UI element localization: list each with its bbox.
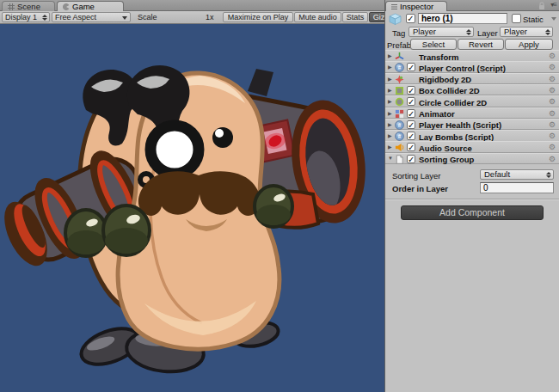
collapse-triangle-icon[interactable]: ▼ (388, 156, 393, 161)
gameobject-name-field[interactable]: hero (1) (418, 13, 507, 24)
component-name: Sorting Group (419, 155, 474, 164)
component-header-circle-collider-2d[interactable]: ▶✓Circle Collider 2D⚙ (385, 95, 559, 107)
order-in-layer-row: Order in Layer 0 (385, 182, 559, 194)
layer-label: Layer (477, 28, 498, 38)
gear-icon[interactable]: ⚙ (549, 63, 556, 71)
expand-triangle-icon[interactable]: ▶ (388, 110, 392, 116)
inspector-header-row: ✓ hero (1) Static (385, 13, 559, 25)
divider (385, 199, 559, 199)
script-icon: # (395, 63, 404, 72)
tab-inspector-label: Inspector (400, 2, 433, 11)
component-enabled-checkbox[interactable]: ✓ (407, 143, 415, 151)
gear-icon[interactable]: ⚙ (549, 120, 556, 129)
component-name: Box Collider 2D (419, 86, 480, 95)
stats-button[interactable]: Stats (342, 12, 368, 22)
component-header-player-control-script[interactable]: ▶#✓Player Control (Script)⚙ (385, 61, 559, 73)
expand-triangle-icon[interactable]: ▶ (388, 64, 392, 70)
static-checkbox[interactable] (512, 14, 521, 23)
component-name: Circle Collider 2D (419, 98, 487, 107)
component-enabled-checkbox[interactable]: ✓ (407, 120, 415, 129)
component-header-audio-source[interactable]: ▶✓Audio Source⚙ (385, 141, 559, 153)
tab-scene-label: Scene (17, 2, 40, 11)
layer-dropdown[interactable]: Player (500, 27, 553, 37)
component-header-lay-bombs-script[interactable]: ▶#✓Lay Bombs (Script)⚙ (385, 130, 559, 142)
component-header-sorting-group[interactable]: ▼✓Sorting Group⚙ (385, 153, 559, 165)
component-header-player-health-script[interactable]: ▶#✓Player Health (Script)⚙ (385, 119, 559, 131)
aspect-dropdown[interactable]: Free Aspect (52, 12, 131, 22)
component-enabled-checkbox[interactable]: ✓ (407, 109, 415, 118)
sorting-layer-dropdown[interactable]: Default (480, 169, 554, 180)
game-pacman-icon (63, 3, 70, 10)
scale-label: Scale (138, 13, 157, 21)
maximize-on-play-button[interactable]: Maximize on Play (223, 12, 293, 22)
hero-character-illustration (0, 24, 384, 392)
gear-icon[interactable]: ⚙ (549, 86, 556, 95)
order-in-layer-field[interactable]: 0 (480, 182, 554, 193)
add-component-button[interactable]: Add Component (401, 205, 544, 220)
display-dropdown[interactable]: Display 1 (2, 12, 50, 22)
double-arrow-icon (546, 172, 551, 179)
prefab-apply-button[interactable]: Apply (505, 39, 553, 50)
lock-icon[interactable] (538, 2, 545, 10)
scale-value: 1x (206, 13, 214, 21)
component-enabled-checkbox[interactable]: ✓ (407, 155, 415, 163)
svg-text:#: # (398, 64, 402, 70)
tag-dropdown-value: Player (413, 27, 436, 36)
game-viewport[interactable] (0, 24, 384, 392)
sorting-layer-value: Default (484, 169, 510, 179)
audio-icon (395, 143, 404, 152)
gear-icon[interactable]: ⚙ (549, 143, 556, 151)
component-enabled-checkbox[interactable]: ✓ (407, 63, 415, 71)
gear-icon[interactable]: ⚙ (549, 52, 556, 60)
gear-icon[interactable]: ⚙ (549, 75, 556, 83)
pane-menu-icon[interactable]: ▾≡ (550, 1, 556, 9)
expand-triangle-icon[interactable]: ▶ (388, 132, 392, 138)
expand-triangle-icon[interactable]: ▶ (388, 87, 392, 93)
transform-icon (395, 52, 404, 61)
static-dropdown-icon[interactable] (551, 17, 556, 21)
prefab-label: Prefab (387, 40, 411, 50)
tab-scene[interactable]: Scene (2, 1, 55, 11)
scene-grid-icon (8, 3, 15, 10)
display-dropdown-value: Display 1 (5, 13, 37, 21)
right-eye (212, 127, 233, 148)
prefab-select-button[interactable]: Select (410, 39, 457, 50)
component-header-rigidbody-2d[interactable]: ▶Rigidbody 2D⚙ (385, 73, 559, 85)
gear-icon[interactable]: ⚙ (549, 132, 556, 140)
component-header-transform[interactable]: ▶Transform⚙ (385, 50, 559, 62)
gameobject-cube-icon (388, 13, 402, 25)
gear-icon[interactable]: ⚙ (549, 109, 556, 118)
component-header-box-collider-2d[interactable]: ▶✓Box Collider 2D⚙ (385, 84, 559, 96)
expand-triangle-icon[interactable]: ▶ (388, 76, 392, 82)
gear-icon[interactable]: ⚙ (549, 155, 556, 163)
inspector-tabstrip: Inspector ▾≡ (385, 0, 559, 11)
animator-icon (395, 109, 404, 119)
expand-triangle-icon[interactable]: ▶ (388, 144, 392, 150)
rear-glove (65, 210, 107, 256)
box-collider-icon (395, 86, 404, 95)
tab-game[interactable]: Game (57, 1, 124, 11)
gizmos-button[interactable]: Gizmos (369, 12, 384, 22)
component-enabled-checkbox[interactable]: ✓ (407, 97, 415, 106)
expand-triangle-icon[interactable]: ▶ (388, 52, 392, 58)
tag-dropdown[interactable]: Player (408, 27, 474, 37)
left-tabstrip: Scene Game (0, 0, 384, 11)
sorting-layer-label: Sorting Layer (392, 171, 441, 181)
gameobject-enabled-checkbox[interactable]: ✓ (406, 14, 415, 23)
expand-triangle-icon[interactable]: ▶ (388, 98, 392, 104)
mute-audio-button[interactable]: Mute audio (294, 12, 341, 22)
expand-triangle-icon[interactable]: ▶ (388, 121, 392, 127)
double-arrow-icon (545, 29, 550, 36)
unity-editor-window: Scene Game Display 1 Free Aspect Scale 1… (0, 0, 559, 392)
circle-collider-icon (395, 97, 404, 107)
monocle (150, 126, 199, 174)
prefab-revert-button[interactable]: Revert (458, 39, 504, 50)
static-label: Static (523, 15, 544, 24)
tab-inspector[interactable]: Inspector (385, 1, 447, 11)
gear-icon[interactable]: ⚙ (549, 97, 556, 106)
component-enabled-checkbox[interactable]: ✓ (407, 132, 415, 140)
tab-game-label: Game (72, 2, 95, 11)
component-header-animator[interactable]: ▶✓Animator⚙ (385, 107, 559, 119)
component-enabled-checkbox[interactable]: ✓ (407, 86, 415, 95)
tag-label: Tag (392, 28, 405, 38)
